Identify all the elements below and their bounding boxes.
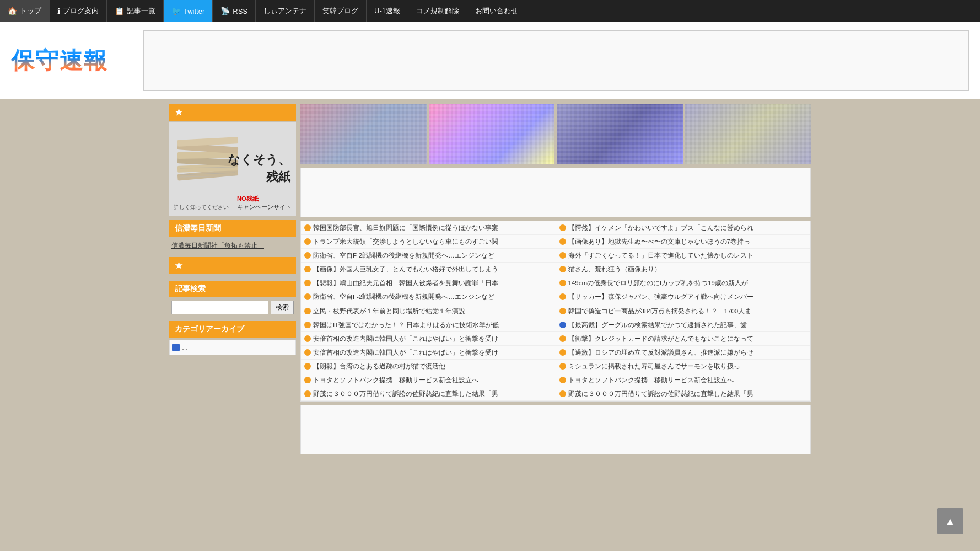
- news-dot: [559, 390, 566, 397]
- news-item-right[interactable]: 猫さん、荒れ狂う（画像あり）: [556, 263, 811, 276]
- news-row: 【画像】外国人巨乳女子、とんでもない格好で外出してしまう猫さん、荒れ狂う（画像あ…: [301, 263, 810, 276]
- news-item-right[interactable]: 海外「すごくなってる！」日本で進化していた懐かしのレスト: [556, 249, 811, 262]
- news-item-left[interactable]: トヨタとソフトバンク提携 移動サービス新会社設立へ: [301, 373, 556, 387]
- news-row: 野茂に３０００万円借りて訴訟の佐野慈紀に直撃した結果「男野茂に３０００万円借りて…: [301, 387, 810, 401]
- news-list: 韓国国防部長官、旭日旗問題に「国際慣例に従うほかない事案【愕然】イケメン「かわい…: [300, 221, 811, 402]
- nav-article-list[interactable]: 📋 記事一覧: [107, 0, 164, 22]
- sidebar-search-row: 検索: [169, 301, 296, 314]
- banner-image-3: [557, 104, 683, 164]
- news-item-right[interactable]: 【画像あり】地獄先生ぬ〜べ〜の文庫じゃないほうの7巻持っ: [556, 235, 811, 248]
- news-item-right[interactable]: 【サッカー】森保ジャパン、強豪ウルグアイ戦へ向けメンバー: [556, 290, 811, 303]
- news-dot: [304, 349, 311, 356]
- nav-shokan[interactable]: 笑韓ブログ: [315, 0, 367, 22]
- news-row: 【悲報】鳩山由紀夫元首相 韓国人被爆者を見舞い謝罪「日本149cmの低身長でロリ…: [301, 276, 810, 290]
- news-dot: [304, 377, 311, 383]
- news-item-right[interactable]: 韓国で偽造コピー商品が384万点も摘発される！？ 1700人ま: [556, 304, 811, 318]
- news-item-left[interactable]: 【朗報】台湾のとある過疎の村が猫で復活他: [301, 360, 556, 373]
- search-button[interactable]: 検索: [271, 301, 294, 314]
- news-dot: [559, 335, 566, 342]
- news-link-text: 【悲報】鳩山由紀夫元首相 韓国人被爆者を見舞い謝罪「日本: [313, 279, 498, 287]
- news-item-left[interactable]: 【画像】外国人巨乳女子、とんでもない格好で外出してしまう: [301, 263, 556, 276]
- news-item-right[interactable]: 【最高裁】グーグルの検索結果でかつて逮捕された記事、歯: [556, 318, 811, 331]
- news-link-text: 【画像】外国人巨乳女子、とんでもない格好で外出してしまう: [313, 265, 498, 274]
- news-item-left[interactable]: 安倍首相の改造内閣に韓国人が「これはやばい」と衝撃を受け: [301, 332, 556, 345]
- search-input[interactable]: [171, 301, 268, 314]
- news-item-left[interactable]: 安倍首相の改造内閣に韓国人が「これはやばい」と衝撃を受け: [301, 346, 556, 359]
- news-row: トヨタとソフトバンク提携 移動サービス新会社設立へトヨタとソフトバンク提携 移動…: [301, 373, 810, 387]
- news-link-text: 立民・枝野代表が１年前と同じ場所で結党１年演説: [313, 307, 465, 315]
- news-link-text: トヨタとソフトバンク提携 移動サービス新会社設立へ: [313, 376, 478, 384]
- news-link-text: ミシュランに掲載された寿司屋さんでサーモンを取り扱っ: [568, 362, 740, 371]
- news-item-right[interactable]: トヨタとソフトバンク提携 移動サービス新会社設立へ: [556, 373, 811, 387]
- logo-area: 保守速報: [11, 45, 132, 76]
- info-icon: ℹ: [57, 7, 60, 15]
- nav-twitter[interactable]: 🐦 Twitter: [164, 0, 213, 22]
- news-link-text: 【画像あり】地獄先生ぬ〜べ〜の文庫じゃないほうの7巻持っ: [568, 237, 750, 246]
- news-dot: [559, 349, 566, 356]
- news-dot: [559, 280, 566, 286]
- news-dot: [559, 266, 566, 272]
- sidebar-news-header: 信濃毎日新聞: [169, 220, 296, 237]
- news-item-left[interactable]: トランプ米大統領「交渉しようとしないなら車にものすごい関: [301, 235, 556, 248]
- news-row: 韓国国防部長官、旭日旗問題に「国際慣例に従うほかない事案【愕然】イケメン「かわい…: [301, 221, 810, 235]
- news-link-text: 【衝撃】クレジットカードの請求がとんでもないことになって: [568, 334, 753, 343]
- news-link-text: 野茂に３０００万円借りて訴訟の佐野慈紀に直撃した結果「男: [313, 389, 498, 398]
- sidebar: ★ なくそう、 残紙: [169, 104, 296, 454]
- news-link-text: 防衛省、空自F-2戦闘機の後継機を新規開発へ…エンジンなど: [313, 251, 494, 260]
- news-item-left[interactable]: 立民・枝野代表が１年前と同じ場所で結党１年演説: [301, 304, 556, 318]
- news-dot: [559, 363, 566, 370]
- news-row: 韓国はIT強国ではなかった！？ 日本よりはるかに技術水準が低【最高裁】グーグルの…: [301, 318, 810, 332]
- news-dot: [304, 224, 311, 231]
- sidebar-news-link[interactable]: 信濃毎日新聞社「魚拓も禁止」: [169, 239, 296, 253]
- news-dot: [304, 308, 311, 314]
- news-link-text: 【最高裁】グーグルの検索結果でかつて逮捕された記事、歯: [568, 320, 747, 329]
- news-item-left[interactable]: 韓国はIT強国ではなかった！？ 日本よりはるかに技術水準が低: [301, 318, 556, 331]
- news-link-text: 【過激】ロシアの埋め立て反対派議員さん、推進派に嫌がらせ: [568, 348, 753, 357]
- news-item-left[interactable]: 韓国国防部長官、旭日旗問題に「国際慣例に従うほかない事案: [301, 221, 556, 234]
- news-item-right[interactable]: 【過激】ロシアの埋め立て反対派議員さん、推進派に嫌がらせ: [556, 346, 811, 359]
- sidebar-star-header: ★: [169, 104, 296, 121]
- nav-comment[interactable]: コメ規制解除: [408, 0, 467, 22]
- nav-top[interactable]: 🏠 トップ: [0, 0, 50, 22]
- news-row: 安倍首相の改造内閣に韓国人が「これはやばい」と衝撃を受け【過激】ロシアの埋め立て…: [301, 346, 810, 360]
- content-ad: [300, 168, 811, 217]
- nav-rss[interactable]: 📡 RSS: [213, 0, 256, 22]
- news-link-text: 野茂に３０００万円借りて訴訟の佐野慈紀に直撃した結果「男: [568, 389, 753, 398]
- news-row: 防衛省、空自F-2戦闘機の後継機を新規開発へ…エンジンなど海外「すごくなってる！…: [301, 249, 810, 263]
- news-item-right[interactable]: ミシュランに掲載された寿司屋さんでサーモンを取り扱っ: [556, 360, 811, 373]
- sidebar-search-header: 記事検索: [169, 281, 296, 297]
- news-dot: [559, 252, 566, 259]
- nav-contact[interactable]: お問い合わせ: [467, 0, 526, 22]
- sidebar-ad[interactable]: なくそう、 残紙 詳しく知ってください NO残紙 キャンペーンサイト: [169, 122, 296, 216]
- news-dot: [304, 335, 311, 342]
- news-link-text: 韓国で偽造コピー商品が384万点も摘発される！？ 1700人ま: [568, 307, 752, 315]
- news-row: 防衛省、空自F-2戦闘機の後継機を新規開発へ…エンジンなど【サッカー】森保ジャパ…: [301, 290, 810, 304]
- star-icon: ★: [175, 107, 182, 117]
- news-dot: [304, 293, 311, 300]
- news-dot: [559, 322, 566, 328]
- news-item-right[interactable]: 【衝撃】クレジットカードの請求がとんでもないことになって: [556, 332, 811, 345]
- news-link-text: 安倍首相の改造内閣に韓国人が「これはやばい」と衝撃を受け: [313, 334, 498, 343]
- news-link-text: 防衛省、空自F-2戦闘機の後継機を新規開発へ…エンジンなど: [313, 292, 494, 301]
- content-area: 韓国国防部長官、旭日旗問題に「国際慣例に従うほかない事案【愕然】イケメン「かわい…: [300, 104, 811, 454]
- news-item-right[interactable]: 【愕然】イケメン「かわいいですよ」ブス「こんなに誉められ: [556, 221, 811, 234]
- news-item-right[interactable]: 野茂に３０００万円借りて訴訟の佐野慈紀に直撃した結果「男: [556, 387, 811, 400]
- news-dot: [304, 280, 311, 286]
- site-logo[interactable]: 保守速報: [11, 45, 132, 76]
- news-link-text: 安倍首相の改造内閣に韓国人が「これはやばい」と衝撃を受け: [313, 348, 498, 357]
- news-item-left[interactable]: 防衛省、空自F-2戦闘機の後継機を新規開発へ…エンジンなど: [301, 290, 556, 303]
- news-item-left[interactable]: 野茂に３０００万円借りて訴訟の佐野慈紀に直撃した結果「男: [301, 387, 556, 400]
- nav-blog-guide[interactable]: ℹ ブログ案内: [50, 0, 107, 22]
- star2-icon: ★: [175, 260, 182, 271]
- news-dot: [304, 322, 311, 328]
- news-dot: [559, 238, 566, 245]
- news-link-text: 海外「すごくなってる！」日本で進化していた懐かしのレスト: [568, 251, 753, 260]
- banner-image-2: [429, 104, 555, 164]
- news-item-right[interactable]: 149cmの低身長でロリ顔なのにIカップ乳を持つ19歳の新人が: [556, 276, 811, 290]
- nav-u1[interactable]: U-1速報: [367, 0, 408, 22]
- news-item-left[interactable]: 防衛省、空自F-2戦闘機の後継機を新規開発へ…エンジンなど: [301, 249, 556, 262]
- sidebar-category-header: カテゴリアーカイブ: [169, 321, 296, 338]
- nav-antenna[interactable]: しぃアンテナ: [256, 0, 315, 22]
- news-link-text: 【朗報】台湾のとある過疎の村が猫で復活他: [313, 362, 445, 371]
- news-item-left[interactable]: 【悲報】鳩山由紀夫元首相 韓国人被爆者を見舞い謝罪「日本: [301, 276, 556, 290]
